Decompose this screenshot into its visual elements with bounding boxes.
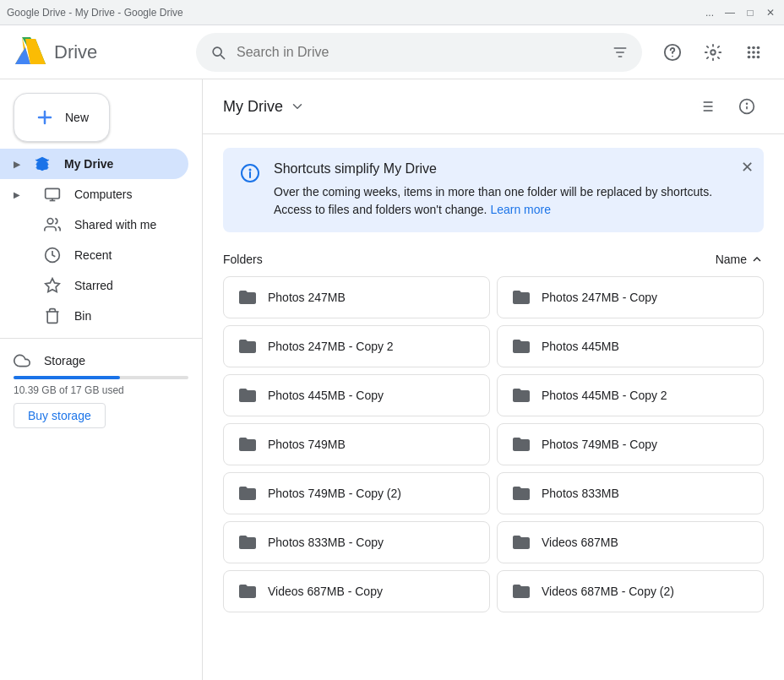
computers-icon [44, 186, 61, 203]
sidebar-item-label: My Drive [64, 157, 113, 171]
folder-name: Photos 445MB - Copy 2 [542, 389, 667, 402]
body: New ▶ My Drive ▶ Compu [0, 79, 784, 680]
folder-icon [237, 336, 258, 356]
sidebar-item-bin[interactable]: Bin [0, 301, 188, 331]
folder-icon [237, 385, 258, 405]
more-options-button[interactable]: ... [703, 6, 716, 19]
info-button[interactable] [730, 90, 764, 123]
learn-more-link[interactable]: Learn more [490, 203, 551, 216]
my-drive-icon [34, 155, 51, 172]
folder-item[interactable]: Photos 749MB [223, 423, 490, 465]
settings-button[interactable] [696, 35, 730, 69]
header-actions [656, 35, 770, 69]
folder-icon [237, 287, 258, 307]
apps-button[interactable] [737, 35, 770, 69]
folders-label: Folders [223, 253, 263, 266]
folder-icon [511, 385, 531, 405]
sidebar-item-shared[interactable]: Shared with me [0, 209, 188, 240]
banner-text: Over the coming weeks, items in more tha… [274, 183, 747, 219]
folder-name: Photos 749MB [268, 438, 346, 451]
folder-item[interactable]: Photos 749MB - Copy [497, 423, 764, 465]
svg-point-13 [752, 51, 755, 54]
folder-item[interactable]: Videos 687MB - Copy [223, 570, 490, 612]
new-icon [35, 107, 55, 128]
folder-name: Photos 833MB [542, 487, 619, 500]
sidebar-item-starred[interactable]: Starred [0, 270, 188, 301]
folder-item[interactable]: Photos 247MB - Copy 2 [223, 325, 490, 367]
folder-name: Videos 687MB - Copy (2) [542, 585, 674, 598]
banner-close-button[interactable]: ✕ [741, 158, 754, 177]
shared-icon [44, 216, 61, 233]
folder-name: Photos 749MB - Copy (2) [268, 487, 401, 500]
sidebar-item-computers[interactable]: ▶ Computers [0, 179, 188, 209]
maximize-button[interactable]: □ [743, 6, 757, 19]
sidebar-item-label: Computers [74, 188, 132, 201]
bin-icon [44, 307, 61, 324]
svg-point-14 [757, 51, 760, 54]
sidebar-item-my-drive[interactable]: ▶ My Drive [0, 149, 188, 179]
folder-icon [511, 336, 531, 356]
folder-icon [511, 581, 531, 601]
folder-item[interactable]: Photos 749MB - Copy (2) [223, 472, 490, 514]
filter-icon[interactable] [612, 44, 629, 61]
buy-storage-button[interactable]: Buy storage [14, 403, 106, 428]
svg-point-16 [752, 55, 755, 58]
chevron-down-icon [290, 99, 305, 114]
minimize-button[interactable]: — [723, 6, 737, 19]
main-title-text: My Drive [223, 98, 283, 116]
folder-icon [511, 434, 531, 454]
folder-item[interactable]: Photos 445MB - Copy 2 [497, 374, 764, 416]
window-controls: ... — □ ✕ [703, 6, 777, 19]
svg-point-24 [47, 219, 53, 225]
main-title[interactable]: My Drive [223, 98, 305, 116]
storage-used-text: 10.39 GB of 17 GB used [14, 384, 188, 396]
folder-item[interactable]: Photos 247MB - Copy [497, 276, 764, 318]
folder-name: Photos 833MB - Copy [268, 536, 384, 549]
storage-cloud-icon [14, 352, 30, 369]
folder-name: Photos 247MB - Copy [542, 291, 657, 304]
svg-point-15 [748, 55, 751, 58]
folder-item[interactable]: Photos 445MB [497, 325, 764, 367]
search-input[interactable] [237, 45, 602, 60]
expand-spacer: ▶ [14, 190, 30, 199]
list-view-button[interactable] [689, 90, 723, 123]
gear-icon [704, 43, 722, 62]
folder-icon [237, 532, 258, 552]
recent-icon [44, 247, 61, 264]
banner-title: Shortcuts simplify My Drive [274, 161, 747, 177]
new-button-label: New [65, 111, 89, 124]
folder-item[interactable]: Photos 833MB [497, 472, 764, 514]
close-button[interactable]: ✕ [764, 6, 777, 19]
starred-icon [44, 277, 61, 294]
folder-item[interactable]: Videos 687MB - Copy (2) [497, 570, 764, 612]
folder-item[interactable]: Photos 445MB - Copy [223, 374, 490, 416]
main-header: My Drive [203, 79, 784, 134]
sidebar-item-label: Bin [74, 309, 91, 323]
new-button[interactable]: New [14, 93, 110, 142]
folder-name: Photos 749MB - Copy [542, 438, 657, 451]
storage-bar-fill [14, 376, 120, 379]
window-title: Google Drive - My Drive - Google Drive [7, 7, 183, 19]
shortcuts-banner: Shortcuts simplify My Drive Over the com… [223, 148, 764, 232]
help-button[interactable] [656, 35, 689, 69]
svg-rect-21 [46, 188, 60, 199]
storage-bar-background [14, 376, 188, 379]
main-title-actions [689, 90, 764, 123]
sort-control[interactable]: Name [716, 253, 764, 266]
folder-item[interactable]: Videos 687MB [497, 521, 764, 563]
sidebar-divider [0, 338, 202, 339]
sidebar-item-recent[interactable]: Recent [0, 240, 188, 270]
search-bar[interactable] [196, 33, 642, 72]
svg-point-11 [757, 46, 760, 49]
folder-name: Videos 687MB - Copy [268, 585, 383, 598]
sidebar-item-label: Recent [74, 248, 112, 262]
sidebar-item-label: Shared with me [74, 218, 156, 231]
main-content: My Drive [203, 79, 784, 680]
header: Drive [0, 25, 784, 79]
folder-grid: Photos 247MB Photos 247MB - Copy Photos … [223, 276, 764, 612]
sort-asc-icon [750, 253, 764, 266]
folder-item[interactable]: Photos 247MB [223, 276, 490, 318]
folder-icon [237, 434, 258, 454]
folder-item[interactable]: Photos 833MB - Copy [223, 521, 490, 563]
folder-name: Photos 445MB [542, 340, 619, 353]
